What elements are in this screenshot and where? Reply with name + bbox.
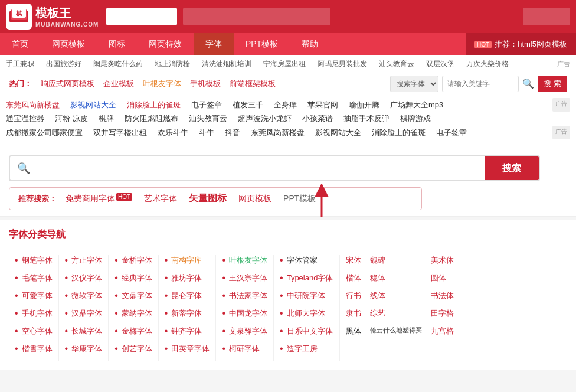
- cat-right-link[interactable]: 田字格: [431, 308, 454, 319]
- cat-link[interactable]: 华康字体: [71, 344, 102, 354]
- cat-right-link[interactable]: 书法体: [431, 290, 454, 301]
- search-input-small[interactable]: [442, 76, 519, 92]
- cat-link[interactable]: 可爱字体: [22, 290, 53, 301]
- cat-right-link[interactable]: 億云什么地塑得买: [370, 326, 422, 335]
- cat-right-link[interactable]: 线体: [370, 290, 385, 301]
- scroll-link-r2-4[interactable]: 汕头教育云: [189, 112, 227, 125]
- scroll-link-r3-8[interactable]: 电子签章: [436, 126, 467, 139]
- scroll-link-r1-8[interactable]: 广场舞大全mp3: [390, 98, 443, 112]
- cat-right-link[interactable]: 楷体: [346, 273, 361, 283]
- cat-link[interactable]: 方正字体: [71, 255, 102, 266]
- ad-link-4[interactable]: 清洗油烟机培训: [202, 59, 251, 69]
- scroll-link-r3-2[interactable]: 欢乐斗牛: [158, 126, 188, 139]
- ad-link-8[interactable]: 双层汉堡: [426, 59, 454, 69]
- cat-link[interactable]: 钢笔字体: [22, 255, 53, 266]
- cat-link[interactable]: 金梅字体: [122, 326, 152, 337]
- cat-link[interactable]: 经典字体: [122, 273, 152, 283]
- cat-right-link[interactable]: 综艺: [370, 308, 385, 319]
- cat-link[interactable]: Typeland字体: [287, 273, 333, 283]
- cat-right-link[interactable]: 美术体: [431, 255, 454, 266]
- recommend-link-2[interactable]: 矢量图标: [189, 192, 227, 205]
- nav-web-template[interactable]: 网页模板: [40, 33, 97, 55]
- ad-link-6[interactable]: 阿玛尼男装批发: [318, 59, 367, 69]
- recommend-link-0[interactable]: 免费商用字体HOT: [66, 194, 132, 204]
- scroll-link-r3-4[interactable]: 抖音: [225, 126, 240, 139]
- cat-right-link[interactable]: 魏碑: [370, 255, 385, 266]
- logo[interactable]: 模 模板王 MUBANWANG.COM: [6, 4, 100, 30]
- scroll-link-r1-3[interactable]: 电子签章: [191, 98, 222, 112]
- scroll-link-r2-7[interactable]: 抽脂手术反弹: [343, 112, 390, 125]
- recommend-link-3[interactable]: 网页模板: [238, 194, 271, 204]
- header-search-input[interactable]: [106, 8, 177, 25]
- scroll-link-r1-5[interactable]: 全身痒: [274, 98, 297, 112]
- search-type-select[interactable]: 搜索字体: [390, 76, 438, 92]
- hot-bar-link-2[interactable]: 叶根友字体: [143, 79, 181, 89]
- recommend-link-1[interactable]: 艺术字体: [144, 194, 177, 204]
- cat-link[interactable]: 空心字体: [22, 326, 53, 337]
- cat-link[interactable]: 楷書字体: [22, 344, 53, 354]
- hot-bar-link-1[interactable]: 企业模板: [103, 79, 134, 89]
- scroll-link-r1-4[interactable]: 植发三千: [233, 98, 263, 112]
- scroll-link-r3-5[interactable]: 东莞凤岗新楼盘: [251, 126, 305, 139]
- cat-link[interactable]: 毛笔字体: [22, 273, 53, 283]
- search-btn-small[interactable]: 搜 索: [538, 76, 567, 92]
- cat-link[interactable]: 北师大字体: [287, 308, 325, 319]
- ad-link-1[interactable]: 出国旅游好: [46, 59, 81, 69]
- cat-link[interactable]: 微软字体: [71, 290, 102, 301]
- cat-link[interactable]: 日系中文字体: [287, 326, 333, 337]
- scroll-link-r1-0[interactable]: 东莞凤岗新楼盘: [6, 98, 60, 112]
- hot-bar-link-0[interactable]: 响应式网页模板: [41, 79, 94, 89]
- cat-link[interactable]: 王汉宗字体: [229, 273, 267, 283]
- ad-link-2[interactable]: 阑尾炎吃什么药: [93, 59, 143, 69]
- cat-link[interactable]: 书法家字体: [229, 290, 267, 301]
- scroll-link-r2-1[interactable]: 河粉 凉皮: [55, 112, 88, 125]
- scroll-link-r2-8[interactable]: 棋牌游戏: [400, 112, 431, 125]
- scroll-link-r2-0[interactable]: 通宝温控器: [6, 112, 44, 125]
- ad-link-9[interactable]: 万次火柴价格: [466, 59, 509, 69]
- cat-link[interactable]: 文泉驿字体: [229, 326, 267, 337]
- main-search-button[interactable]: 搜索: [485, 155, 539, 181]
- cat-link[interactable]: 金桥字体: [122, 255, 152, 266]
- cat-link[interactable]: 柯研字体: [229, 344, 260, 354]
- ad-link-3[interactable]: 地上消防栓: [155, 59, 190, 69]
- scroll-link-r1-6[interactable]: 苹果官网: [307, 98, 338, 112]
- cat-link[interactable]: 田英章字体: [171, 344, 210, 354]
- scroll-link-r2-5[interactable]: 超声波洗小龙虾: [238, 112, 292, 125]
- nav-home[interactable]: 首页: [0, 33, 40, 55]
- scroll-link-r2-2[interactable]: 棋牌: [99, 112, 114, 125]
- hot-bar-link-3[interactable]: 手机模板: [190, 79, 221, 89]
- scroll-link-r1-2[interactable]: 消除脸上的雀斑: [127, 98, 181, 112]
- cat-link[interactable]: 南构字库: [171, 255, 202, 266]
- cat-right-link[interactable]: 圆体: [431, 273, 446, 283]
- cat-link[interactable]: 中研院字体: [287, 290, 325, 301]
- nav-font[interactable]: 字体: [194, 33, 234, 55]
- cat-link[interactable]: 手机字体: [22, 308, 53, 319]
- cat-link[interactable]: 造字工房: [287, 344, 318, 354]
- cat-link[interactable]: 汉鼎字体: [71, 308, 102, 319]
- cat-link[interactable]: 中国龙字体: [229, 308, 267, 319]
- nav-help[interactable]: 帮助: [290, 33, 330, 55]
- scroll-link-r3-0[interactable]: 成都搬家公司哪家便宜: [6, 126, 83, 139]
- cat-link[interactable]: 汉仪字体: [71, 273, 102, 283]
- scroll-link-r1-7[interactable]: 瑜伽开腾: [349, 98, 379, 112]
- cat-link[interactable]: 字体管家: [287, 255, 318, 266]
- nav-web-effect[interactable]: 网页特效: [137, 33, 194, 55]
- ad-link-7[interactable]: 汕头教育云: [379, 59, 414, 69]
- nav-ppt[interactable]: PPT模板: [234, 33, 290, 55]
- cat-right-link[interactable]: 黑体: [346, 326, 361, 337]
- cat-link[interactable]: 长城字体: [71, 326, 102, 337]
- cat-link[interactable]: 昆仑字体: [171, 290, 202, 301]
- hot-bar-link-4[interactable]: 前端框架模板: [230, 79, 276, 89]
- cat-link[interactable]: 雅坊字体: [171, 273, 202, 283]
- cat-link[interactable]: 叶根友字体: [229, 255, 267, 266]
- main-search-input[interactable]: [37, 156, 485, 180]
- cat-link[interactable]: 文鼎字体: [122, 290, 152, 301]
- cat-right-link[interactable]: 九宫格: [431, 326, 454, 337]
- hot-link[interactable]: html5网页模板: [518, 39, 567, 50]
- cat-right-link[interactable]: 宋体: [346, 255, 361, 266]
- scroll-link-r2-6[interactable]: 小孩菜谱: [302, 112, 333, 125]
- cat-link[interactable]: 钟齐字体: [171, 326, 202, 337]
- cat-link[interactable]: 蒙纳字体: [122, 308, 152, 319]
- scroll-link-r3-3[interactable]: 斗牛: [199, 126, 214, 139]
- nav-icon[interactable]: 图标: [97, 33, 137, 55]
